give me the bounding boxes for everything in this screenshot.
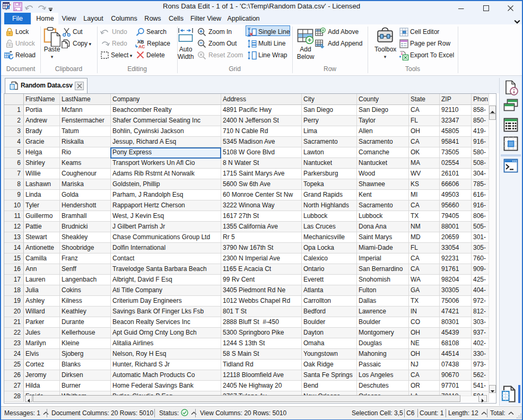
svg-text:AC: AC — [138, 44, 145, 49]
